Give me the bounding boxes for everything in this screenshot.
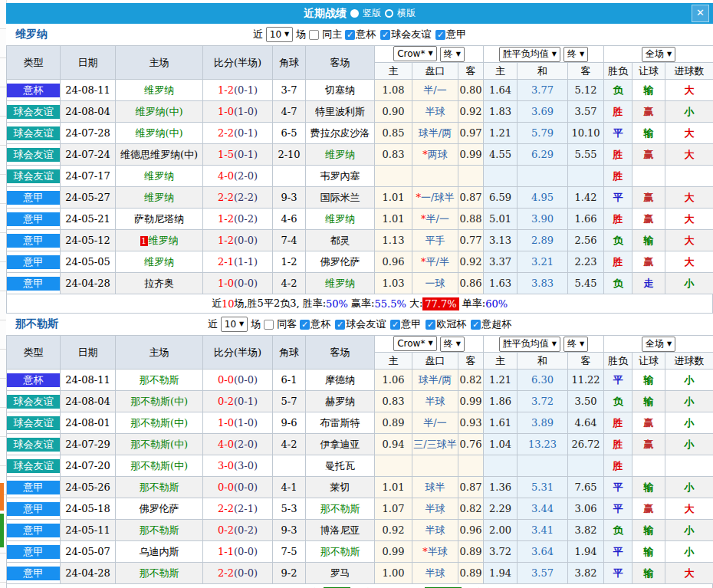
home-team-name: 维罗纳 bbox=[144, 192, 174, 203]
match-scope-select[interactable]: 全场▼ bbox=[642, 47, 675, 62]
score-cell: 2-2(0-1) bbox=[203, 123, 273, 144]
away-team-name: 布雷斯特 bbox=[320, 417, 360, 429]
home-team-name: 维罗纳(中) bbox=[135, 127, 182, 139]
chevron-down-icon: ▼ bbox=[580, 341, 584, 347]
league-filter-checkbox[interactable]: ✓欧冠杯 bbox=[426, 317, 466, 331]
match-date: 24-08-11 bbox=[61, 80, 116, 101]
fulltime-score: 1-2 bbox=[218, 235, 234, 246]
result-wdl: 平 bbox=[604, 123, 632, 144]
league-filter-checkbox[interactable]: ✓意超杯 bbox=[471, 317, 511, 331]
final-odds-select[interactable]: 终▼ bbox=[564, 47, 588, 62]
avg-lose-odds: 3.57 bbox=[568, 101, 604, 123]
result-wdl: 胜 bbox=[604, 144, 632, 166]
league-filter-checkbox[interactable]: ✓意杯 bbox=[345, 28, 376, 41]
handicap-line: 半/一 bbox=[412, 412, 458, 434]
handicap-line bbox=[412, 455, 458, 477]
recent-count-select[interactable]: 10▼ bbox=[221, 317, 248, 332]
checkbox-label: 欧冠杯 bbox=[436, 317, 466, 331]
handicap-away-odds: 0.92 bbox=[458, 101, 484, 123]
summary-segment: 场,胜5平2负3, 胜率: bbox=[234, 297, 326, 310]
close-icon[interactable]: ✕ bbox=[692, 5, 709, 22]
avg-win-odds: 5.01 bbox=[484, 209, 518, 230]
avg-lose-odds: 5.55 bbox=[568, 144, 604, 166]
avg-draw-odds: 6.29 bbox=[518, 144, 568, 166]
avg-win-odds: 1.63 bbox=[484, 273, 518, 294]
match-type-cell: 球会友谊 bbox=[7, 123, 61, 144]
col-header-corner: 角球 bbox=[273, 46, 306, 80]
handicap-line: *平/半 bbox=[412, 251, 458, 273]
odds-company-select[interactable]: Crow*▼ bbox=[393, 336, 436, 351]
handicap-home-odds bbox=[375, 166, 412, 187]
home-team: 维罗纳 bbox=[116, 80, 203, 101]
handicap-away-odds: 0.87 bbox=[458, 187, 484, 209]
table-row: 意甲24-05-11那不勒斯0-2(0-2)9-3博洛尼亚0.92半球0.962… bbox=[7, 520, 713, 541]
table-row: 球会友谊24-07-28维罗纳(中)2-2(0-1)6-5费拉尔皮沙洛0.85球… bbox=[7, 123, 713, 144]
match-date: 24-07-20 bbox=[61, 455, 116, 477]
avg-win-odds: 1.94 bbox=[484, 563, 518, 584]
match-type-cell: 意甲 bbox=[7, 498, 61, 520]
league-filter-checkbox[interactable]: ✓球会友谊 bbox=[335, 317, 386, 331]
col-header-type: 类型 bbox=[7, 46, 61, 80]
avg-lose-odds: 26.72 bbox=[568, 434, 604, 455]
handicap-line: 球半 bbox=[412, 477, 458, 498]
avg-lose-odds bbox=[568, 166, 604, 187]
league-filter-checkbox[interactable]: ✓意甲 bbox=[390, 317, 421, 331]
result-wdl: 平 bbox=[604, 541, 632, 563]
avg-win-odds: 2.00 bbox=[484, 520, 518, 541]
wdl-average-select[interactable]: 胜平负均值▼ bbox=[499, 337, 560, 352]
avg-win-odds: 1.21 bbox=[484, 370, 518, 391]
horizontal-layout-radio[interactable] bbox=[385, 9, 393, 18]
col-header-date: 日期 bbox=[61, 336, 116, 370]
summary-segment: 10 bbox=[222, 298, 235, 310]
league-filter-checkbox[interactable]: ✓意甲 bbox=[435, 28, 466, 41]
table-row: 意甲24-05-21萨勒尼塔纳1-2(0-2)4-6维罗纳1.01*半/一0.8… bbox=[7, 209, 713, 230]
handicap-home-odds: 0.94 bbox=[375, 434, 412, 455]
corner-cell: 7-4 bbox=[273, 230, 306, 251]
result-goals: 小 bbox=[665, 412, 713, 434]
match-type-cell: 球会友谊 bbox=[7, 434, 61, 455]
odds-company-select[interactable]: Crow*▼ bbox=[393, 46, 436, 61]
summary-segment: 77.7% bbox=[422, 297, 458, 310]
score-cell: 1-0(0-0) bbox=[203, 273, 273, 294]
wdl-average-select[interactable]: 胜平负均值▼ bbox=[499, 47, 560, 62]
vertical-layout-radio[interactable] bbox=[350, 9, 359, 18]
halftime-score: (1-0) bbox=[234, 106, 258, 117]
result-wdl: 负 bbox=[604, 273, 632, 294]
match-type-badge: 意甲 bbox=[7, 255, 60, 269]
chevron-down-icon: ▼ bbox=[456, 51, 461, 57]
results-table: 类型 日期 主场 比分(半场) 角球 客场 Crow*▼ 终▼ 胜平负均值▼ 终… bbox=[6, 45, 713, 294]
match-type-cell: 意甲 bbox=[7, 563, 61, 584]
same-venue-checkbox[interactable] bbox=[264, 320, 274, 330]
final-odds-select[interactable]: 终▼ bbox=[440, 337, 465, 352]
checkbox-checked-icon: ✓ bbox=[471, 320, 481, 330]
summary-segment: 55.5% bbox=[375, 298, 406, 310]
away-team-name: 费拉尔皮沙洛 bbox=[310, 127, 370, 139]
home-team: 维罗纳(中) bbox=[116, 123, 203, 144]
away-team-name: 维罗纳 bbox=[325, 213, 355, 225]
title-group: 近期战绩 竖版 横版 bbox=[304, 7, 416, 21]
handicap-line-text: 半球 bbox=[426, 503, 445, 514]
score-cell: 1-2(0-1) bbox=[203, 80, 273, 101]
match-date: 24-05-05 bbox=[61, 251, 116, 273]
same-venue-checkbox[interactable] bbox=[309, 30, 319, 40]
result-handicap: 输 bbox=[632, 230, 665, 251]
match-type-cell: 意甲 bbox=[7, 230, 61, 251]
recent-count-select[interactable]: 10▼ bbox=[266, 27, 293, 42]
checkbox-checked-icon: ✓ bbox=[426, 320, 435, 330]
final-odds-select[interactable]: 终▼ bbox=[440, 47, 465, 62]
handicap-away-odds: 0.89 bbox=[458, 541, 484, 563]
checkbox-label: 意超杯 bbox=[481, 317, 511, 331]
games-label: 场 bbox=[251, 317, 261, 331]
result-handicap bbox=[632, 166, 665, 187]
avg-win-odds: 1.21 bbox=[484, 123, 518, 144]
match-date: 24-07-24 bbox=[61, 144, 116, 166]
summary-segment: 大: bbox=[406, 297, 423, 310]
league-filter-checkbox[interactable]: ✓意杯 bbox=[300, 317, 330, 331]
handicap-line-text: 平/半 bbox=[426, 256, 449, 268]
final-odds-select[interactable]: 终▼ bbox=[564, 337, 588, 352]
match-scope-select[interactable]: 全场▼ bbox=[642, 337, 675, 352]
result-goals: 大 bbox=[665, 563, 713, 584]
result-goals: 小 bbox=[665, 273, 713, 294]
league-filter-checkbox[interactable]: ✓球会友谊 bbox=[380, 28, 431, 41]
avg-draw-odds: 4.95 bbox=[518, 187, 568, 209]
